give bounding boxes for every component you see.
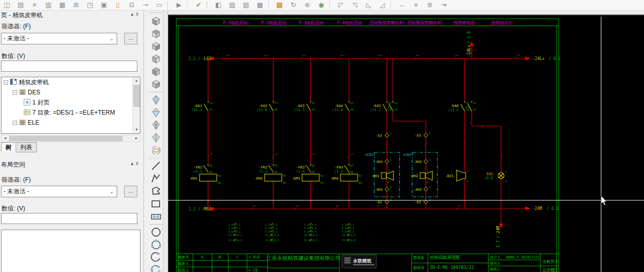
- mouse-icon[interactable]: ◉: [315, 0, 327, 10]
- filter-label: 筛选器: (F): [2, 22, 31, 31]
- verify-check-icon[interactable]: ✔: [193, 0, 205, 10]
- view-cube-side-tool[interactable]: [150, 53, 163, 65]
- corner-br-icon[interactable]: ◿: [377, 0, 388, 10]
- schematic-page[interactable]: P-1电机启动 P-2电机启动 P-3电机启动 P-4电机启动 启动预报警喇叭#…: [168, 17, 644, 272]
- sheet-name-label: 图纸名: [413, 255, 425, 260]
- arc-3point-tool[interactable]: [150, 264, 163, 272]
- device-tag: -HH2: [410, 174, 418, 178]
- tree-item-ele[interactable]: −ELE: [2, 118, 140, 128]
- omega-symbol-icon[interactable]: Ω: [126, 0, 137, 10]
- rectangle-tool[interactable]: [150, 198, 163, 210]
- terminal-tag: -XH1: [374, 188, 383, 192]
- view-cube-back-tool[interactable]: [150, 66, 163, 78]
- tree-item-des[interactable]: −DES: [2, 87, 140, 97]
- corner-tl-icon[interactable]: ◸: [335, 0, 346, 10]
- svg-text:A1: A1: [283, 174, 286, 177]
- rectangle-2point-tool[interactable]: [150, 210, 163, 223]
- filter-combobox[interactable]: - 未激活 - ⌄: [1, 33, 117, 44]
- circle-3point-tool[interactable]: [150, 239, 163, 251]
- scroll-up-icon[interactable]: ▲: [133, 77, 140, 84]
- device-box-icon[interactable]: ◧: [213, 0, 224, 10]
- canvas-scrollbar[interactable]: [163, 11, 168, 272]
- pages-tree[interactable]: −精筑皮带机 −DES ❄1 封页 7 目录: =DES/1 - =ELE+TE…: [1, 77, 140, 134]
- corner-tr-icon[interactable]: ◹: [349, 0, 361, 10]
- gem-view-1-tool[interactable]: [150, 94, 163, 106]
- collapse-panel-icon[interactable]: ▴: [131, 160, 136, 166]
- navigate-run-icon[interactable]: ▶: [173, 0, 185, 10]
- window-icon[interactable]: ◫: [1, 0, 13, 10]
- align-list-icon[interactable]: ≣: [424, 0, 435, 10]
- box-3d-icon[interactable]: ▦: [57, 0, 68, 10]
- tree-horizontal-scrollbar[interactable]: ◄ ►: [1, 135, 140, 142]
- polyline-tool[interactable]: [150, 173, 163, 185]
- chevron-down-icon[interactable]: ⌄: [107, 187, 116, 196]
- polygon-tool[interactable]: [150, 185, 163, 197]
- tree-item-project[interactable]: −精筑皮带机: [2, 77, 140, 87]
- drawing-canvas[interactable]: P-1电机启动 P-2电机启动 P-3电机启动 P-4电机启动 启动预报警喇叭#…: [168, 11, 644, 272]
- gem-view-2-tool[interactable]: [150, 106, 163, 119]
- corner-bl-icon[interactable]: ◺: [363, 0, 374, 10]
- layout-panel-titlebar[interactable]: 布局空间 ▴x: [0, 160, 143, 169]
- page-properties-icon[interactable]: ▤: [15, 0, 26, 10]
- connector-icon[interactable]: ⊸: [140, 0, 152, 10]
- tree-vertical-scrollbar[interactable]: ▲ ▼: [132, 77, 140, 133]
- arc-tool[interactable]: [150, 251, 163, 263]
- scroll-left-icon[interactable]: ◄: [2, 135, 9, 141]
- clipboard-icon[interactable]: ▣: [98, 0, 110, 10]
- svg-text:96: 96: [209, 171, 213, 174]
- sheet-name: 控制回路原理图: [430, 255, 460, 260]
- layout-filter-combobox[interactable]: - 未激活 - ⌄: [1, 186, 117, 197]
- pages-panel-titlebar[interactable]: 页 - 精筑皮带机 ▴x: [0, 11, 143, 19]
- line-tool[interactable]: [150, 160, 163, 172]
- collapse-minus-icon[interactable]: −: [13, 90, 17, 95]
- settings-gear-icon[interactable]: ⊛: [302, 0, 313, 10]
- insert-grid-icon[interactable]: ⊞: [70, 0, 82, 10]
- tree-item-toc-page[interactable]: 7 目录: =DES/1 - =ELE+TERM: [2, 107, 140, 118]
- gem-view-3-tool[interactable]: [150, 119, 163, 131]
- scroll-right-icon[interactable]: ►: [133, 135, 140, 141]
- scrollbar-thumb[interactable]: [133, 85, 140, 107]
- hatch-c-icon[interactable]: ▩: [254, 0, 266, 10]
- hatch-a-icon[interactable]: ▨: [226, 0, 238, 10]
- scrollbar-thumb[interactable]: [9, 136, 123, 141]
- view-cube-front-tool[interactable]: [150, 40, 163, 52]
- rotate-view-tool[interactable]: [150, 144, 163, 156]
- collapse-minus-icon[interactable]: −: [13, 121, 17, 125]
- view-cube-top-tool[interactable]: [150, 28, 163, 40]
- svg-text:1: 1: [390, 158, 391, 161]
- rev-no-label: 修改号: [178, 255, 189, 259]
- view-cube-iso-tool[interactable]: [150, 15, 163, 27]
- details-view-icon[interactable]: ▥: [42, 0, 54, 10]
- tree-item-cover-page[interactable]: ❄1 封页: [2, 97, 140, 107]
- tab-list[interactable]: 列表: [16, 142, 37, 152]
- tab-stop-icon[interactable]: ⇥: [438, 0, 450, 10]
- collapse-panel-icon[interactable]: ▴: [131, 11, 136, 17]
- path-function-labels: P-1电机启动 P-2电机启动 P-3电机启动 P-4电机启动 启动预报警喇叭#…: [223, 20, 513, 25]
- layout-filter-browse-button[interactable]: ...: [124, 186, 137, 197]
- close-panel-icon[interactable]: x: [136, 11, 141, 17]
- close-panel-icon[interactable]: x: [136, 160, 141, 166]
- refresh-icon[interactable]: ↻: [287, 0, 299, 10]
- frame-8-icon[interactable]: ▤: [274, 0, 285, 10]
- terminal-strip-icon[interactable]: ▭: [154, 0, 165, 10]
- tab-tree[interactable]: 树: [1, 142, 16, 152]
- filter-browse-button[interactable]: ...: [124, 33, 137, 44]
- svg-text:1 2 /0.1: 1 2 /0.1: [228, 223, 240, 226]
- align-rows-icon[interactable]: ≡: [410, 0, 422, 10]
- panel-door-icon[interactable]: ▯: [112, 0, 124, 10]
- device-tag: -KM2: [254, 177, 263, 181]
- chevron-down-icon[interactable]: ⌄: [107, 34, 116, 43]
- measure-icon[interactable]: ↔: [397, 0, 408, 10]
- view-cube-corner-tool[interactable]: [150, 78, 163, 90]
- layout-value-input[interactable]: [1, 213, 137, 224]
- collapse-minus-icon[interactable]: −: [4, 80, 8, 85]
- layout-space-list[interactable]: [1, 230, 140, 272]
- hatch-b-icon[interactable]: ▧: [240, 0, 252, 10]
- filter-value-input[interactable]: [1, 61, 137, 72]
- list-view-icon[interactable]: ≡: [29, 0, 40, 10]
- scroll-down-icon[interactable]: ▼: [133, 126, 140, 133]
- cross-ref: /11.3: [191, 108, 202, 112]
- circle-tool[interactable]: [150, 226, 163, 238]
- frame-corner-icon[interactable]: ◳: [84, 0, 96, 10]
- gem-view-4-tool[interactable]: [150, 132, 163, 144]
